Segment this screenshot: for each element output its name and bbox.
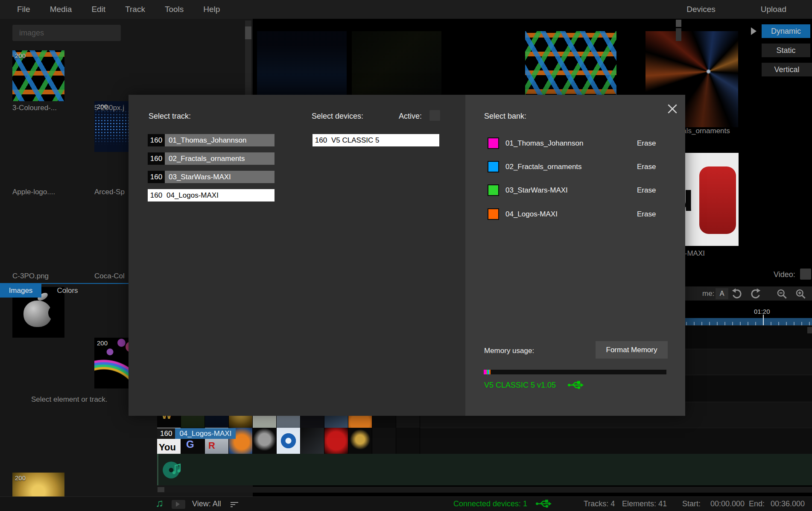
menu-devices[interactable]: Devices xyxy=(686,5,716,14)
search-box xyxy=(12,25,121,41)
bank-1-name[interactable]: 01_Thomas_Johannson xyxy=(505,137,583,149)
menu-upload[interactable]: Upload xyxy=(761,5,786,14)
undo-icon[interactable] xyxy=(731,288,742,300)
tracks-count: Tracks: 4 xyxy=(584,499,615,508)
search-input[interactable] xyxy=(12,29,118,38)
dialog-device-row[interactable]: 160 V5 CLASSIC 5 xyxy=(313,134,439,146)
audio-disc-icon xyxy=(162,459,183,480)
memory-usage-bar xyxy=(484,370,666,374)
timeline-vscroll-thumb[interactable] xyxy=(807,327,812,333)
tab-images[interactable]: Images xyxy=(0,284,41,298)
filter-icon[interactable] xyxy=(231,502,238,508)
dialog-track-1[interactable]: 160 01_Thomas_Johannson xyxy=(148,134,275,146)
menu-help[interactable]: Help xyxy=(203,5,220,14)
media-item-label: Arced-Sp xyxy=(94,188,125,196)
active-label: Active: xyxy=(399,112,422,121)
bank-2-erase-button[interactable]: Erase xyxy=(637,161,656,172)
elements-count: Elements: 41 xyxy=(622,499,667,508)
size-badge: 200 xyxy=(15,52,26,59)
menu-track[interactable]: Track xyxy=(125,5,145,14)
media-item-label: 5-200px.j xyxy=(94,104,124,112)
bank-2-name[interactable]: 02_Fractals_ornaments xyxy=(505,161,582,172)
size-badge: 200 xyxy=(97,339,108,347)
view-dynamic-button[interactable]: Dynamic xyxy=(762,24,810,38)
start-value: 00:00.000 xyxy=(710,499,745,508)
preview-scrollbar[interactable] xyxy=(676,20,681,41)
usb-connected-icon xyxy=(567,380,584,390)
collapse-arrow-icon[interactable] xyxy=(751,27,757,35)
bank-4-name[interactable]: 04_Logos-MAXI xyxy=(505,208,558,220)
device-version-label: V5 CLASSIC 5 v1.05 xyxy=(484,381,556,390)
view-vertical-button[interactable]: Vertical xyxy=(762,63,812,76)
zoom-out-icon[interactable] xyxy=(776,288,788,300)
zoom-in-icon[interactable] xyxy=(795,288,806,300)
memory-segment xyxy=(484,370,487,374)
track4-number: 160 xyxy=(157,428,175,439)
video-label: Video: xyxy=(774,270,795,279)
view-filter-label[interactable]: View: All xyxy=(192,499,221,508)
youtube-tube-shape xyxy=(699,166,736,234)
dialog-track-3[interactable]: 160 03_StarWars-MAXI xyxy=(148,171,275,183)
menu-media[interactable]: Media xyxy=(50,5,72,14)
media-item-label: 3-Coloured-... xyxy=(12,104,57,112)
select-devices-title: Select devices: xyxy=(312,112,363,121)
menu-bar: File Media Edit Track Tools Help Devices… xyxy=(0,0,812,19)
size-badge: 200 xyxy=(15,474,26,482)
auto-name-button[interactable]: A xyxy=(716,288,728,299)
bank-3-color[interactable] xyxy=(488,184,499,196)
connected-devices-status: Connected devices: 1 xyxy=(453,499,527,508)
media-item-label: C-3PO.png xyxy=(12,272,49,280)
media-item-label: Coca-Col xyxy=(94,272,125,280)
usb-status-icon xyxy=(535,499,552,509)
menu-edit[interactable]: Edit xyxy=(91,5,105,14)
toolbar-partial-label: me: xyxy=(702,289,714,298)
close-icon[interactable] xyxy=(667,103,678,114)
end-value: 00:36.000 xyxy=(771,499,805,508)
dialog-track-2[interactable]: 160 02_Fractals_ornaments xyxy=(148,152,275,165)
selection-hint: Select element or track. xyxy=(31,395,108,404)
bank-4-erase-button[interactable]: Erase xyxy=(637,208,656,220)
video-checkbox[interactable] xyxy=(800,269,811,280)
bank-4-color[interactable] xyxy=(488,208,499,220)
memory-usage-label: Memory usage: xyxy=(484,347,534,355)
bank-2-color[interactable] xyxy=(488,161,499,172)
track4-header[interactable]: 160 04_Logos-MAXI xyxy=(157,428,236,439)
audio-track-row[interactable] xyxy=(157,454,812,485)
tracks-hscroll-thumb[interactable] xyxy=(158,487,164,492)
start-label: Start: xyxy=(682,499,701,508)
format-memory-button[interactable]: Format Memory xyxy=(596,341,668,359)
menu-tools[interactable]: Tools xyxy=(165,5,184,14)
bank-1-erase-button[interactable]: Erase xyxy=(637,137,656,149)
active-checkbox[interactable] xyxy=(429,110,440,121)
app-window: File Media Edit Track Tools Help Devices… xyxy=(0,0,812,511)
menu-file[interactable]: File xyxy=(17,5,30,14)
video-clip-icon[interactable] xyxy=(172,500,185,509)
track4-name: 04_Logos-MAXI xyxy=(175,428,236,439)
apple-logo-shape xyxy=(23,301,52,327)
bank-1-color[interactable] xyxy=(488,137,499,149)
media-item-label: Apple-logo.... xyxy=(12,188,55,196)
bank-3-erase-button[interactable]: Erase xyxy=(637,184,656,196)
tracks-hscrollbar[interactable] xyxy=(157,487,812,493)
select-track-title: Select track: xyxy=(149,112,191,121)
select-bank-title: Select bank: xyxy=(484,112,526,121)
memory-segment xyxy=(489,370,491,374)
timeline-time-label: 01:20 xyxy=(754,308,770,315)
upload-dialog: Select track: 160 01_Thomas_Johannson 16… xyxy=(129,95,685,416)
tab-colors[interactable]: Colors xyxy=(42,284,93,298)
audio-note-icon[interactable]: ♫ xyxy=(155,497,164,509)
media-item-3coloured[interactable]: 200 xyxy=(12,50,64,101)
end-label: End: xyxy=(749,499,765,508)
timeline-major-tick xyxy=(763,315,764,325)
view-static-button[interactable]: Static xyxy=(762,44,810,57)
bank-3-name[interactable]: 03_StarWars-MAXI xyxy=(505,184,568,196)
redo-icon[interactable] xyxy=(750,288,762,300)
dialog-track-4-selected[interactable]: 160 04_Logos-MAXI xyxy=(148,189,275,201)
